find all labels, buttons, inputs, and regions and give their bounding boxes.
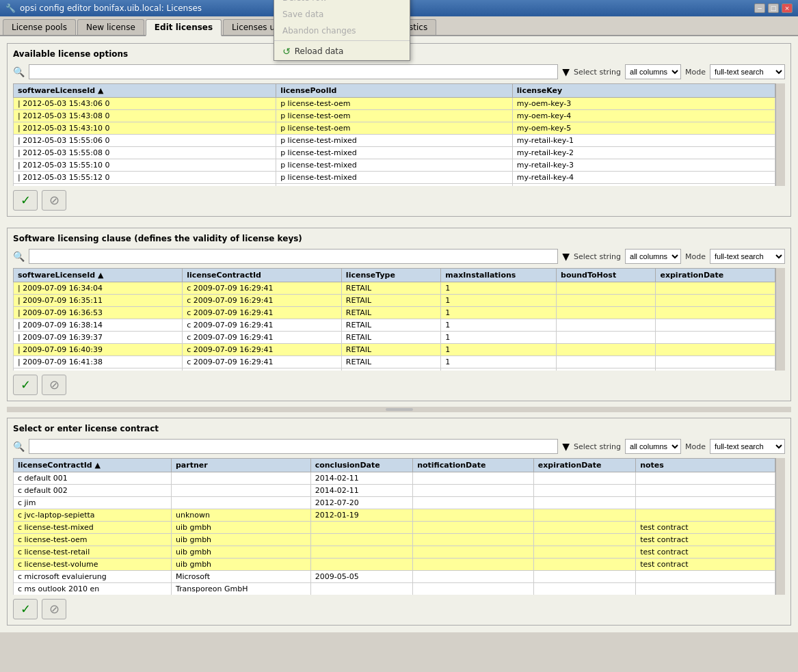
table-row[interactable]: c license-test-mixed uib gmbh test contr… — [14, 522, 775, 534]
section3-filter-icon: ▼ — [562, 441, 570, 452]
col2-maxInstallations[interactable]: maxInstallations — [441, 269, 557, 282]
section3-columns-select[interactable]: all columns — [625, 439, 681, 454]
table-row[interactable]: c jim 2012-07-20 — [14, 497, 775, 509]
col3-notificationDate[interactable]: notificationDate — [413, 459, 534, 472]
table-row[interactable]: | 2009-07-09 16:41:38 c 2009-07-09 16:29… — [14, 356, 775, 368]
section1-search-bar: 🔍 ▼ Select string all columns Mode full-… — [13, 64, 785, 79]
cell-key: my-retail-key-4 — [512, 172, 775, 184]
tab-new-license[interactable]: New license — [77, 19, 144, 35]
window-title: opsi config editor bonifax.uib.local: Li… — [20, 3, 202, 13]
section1-confirm-button[interactable]: ✓ — [13, 190, 38, 211]
col2-boundToHost[interactable]: boundToHost — [557, 269, 656, 282]
cell-max: 1 — [441, 332, 557, 344]
tab-license-pools[interactable]: License pools — [3, 19, 76, 35]
section2-table-scroll[interactable]: softwareLicenseId ▲ licenseContractId li… — [13, 268, 775, 371]
cell-contract: c 2009-07-09 16:29:41 — [183, 319, 342, 332]
section1-cancel-button[interactable]: ⊘ — [42, 190, 66, 211]
tab-edit-licenses[interactable]: Edit licenses — [146, 19, 222, 36]
table-row[interactable]: c default 002 2014-02-11 — [14, 485, 775, 497]
table-row[interactable]: | 2012-05-03 15:55:12 0 p license-test-m… — [14, 172, 775, 184]
table-row[interactable]: | 2012-05-03 15:55:06 0 p license-test-m… — [14, 135, 775, 147]
table-row[interactable]: | 2009-07-09 16:36:53 c 2009-07-09 16:29… — [14, 307, 775, 319]
table-row[interactable]: | 2012-05-03 15:43:10 0 p license-test-o… — [14, 122, 775, 135]
maximize-button[interactable]: □ — [768, 3, 779, 13]
section3-scrollbar[interactable] — [775, 458, 785, 595]
cell-pool: p license-test-oem — [276, 110, 513, 122]
col2-expirationDate[interactable]: expirationDate — [656, 269, 775, 282]
table-row[interactable]: | 2012-05-03 15:55:10 0 p license-test-m… — [14, 159, 775, 172]
section3-select-string-label: Select string — [574, 442, 621, 451]
section2-confirm-button[interactable]: ✓ — [13, 375, 38, 395]
minimize-button[interactable]: − — [754, 3, 765, 13]
table-row[interactable]: | 2009-07-09 16:38:14 c 2009-07-09 16:29… — [14, 319, 775, 332]
section2-cancel-button[interactable]: ⊘ — [42, 375, 66, 395]
section2-table: softwareLicenseId ▲ licenseContractId li… — [13, 268, 775, 371]
context-menu-reload-data[interactable]: ↺ Reload data — [274, 42, 410, 60]
table-row[interactable]: | 2009-07-09 16:40:39 c 2009-07-09 16:29… — [14, 344, 775, 356]
table-row[interactable]: c ms outlook 2010 en Transporeon GmbH — [14, 583, 775, 595]
cell-id: | 2009-07-09 16:38:14 — [14, 319, 183, 332]
cell-max: 1 — [441, 307, 557, 319]
section3-cancel-button[interactable]: ⊘ — [42, 599, 66, 619]
section1-columns-select[interactable]: all columns — [625, 64, 681, 79]
col-licenseKey[interactable]: licenseKey — [512, 84, 775, 98]
cell-host — [557, 319, 656, 332]
table-row[interactable]: | 2009-07-09 16:42:45 c 2009-07-09 16:29… — [14, 368, 775, 371]
cell-exp — [656, 332, 775, 344]
section2-select-string-label: Select string — [574, 252, 621, 261]
col3-conclusionDate[interactable]: conclusionDate — [310, 459, 412, 472]
table-row[interactable]: | 2009-07-09 16:35:11 c 2009-07-09 16:29… — [14, 295, 775, 307]
section1-mode-select[interactable]: full-text search — [710, 64, 785, 79]
section2-mode-label: Mode — [685, 252, 706, 261]
col3-partner[interactable]: partner — [171, 459, 310, 472]
cell-contract: c 2009-07-09 16:29:41 — [183, 282, 342, 295]
cell-key: my-oem-key-3 — [512, 98, 775, 110]
section1-table-scroll[interactable]: softwareLicenseId ▲ licensePoolId licens… — [13, 83, 775, 186]
table-row[interactable]: | 2009-07-09 16:39:37 c 2009-07-09 16:29… — [14, 332, 775, 344]
section1-mode-label: Mode — [685, 68, 706, 77]
section3-mode-select[interactable]: full-text search — [710, 439, 785, 454]
table-row[interactable]: c microsoft evaluierung Microsoft 2009-0… — [14, 571, 775, 583]
table-row[interactable]: c default 001 2014-02-11 — [14, 472, 775, 485]
cell-pool: p license-test-mixed — [276, 159, 513, 172]
section1-search-input[interactable] — [29, 64, 558, 79]
col2-softwareLicenseId[interactable]: softwareLicenseId ▲ — [14, 269, 183, 282]
section1-scrollbar[interactable] — [775, 83, 785, 186]
title-bar-left: 🔧 opsi config editor bonifax.uib.local: … — [5, 3, 202, 13]
section2-columns-select[interactable]: all columns — [625, 249, 681, 264]
table-row[interactable]: | 2009-07-09 16:34:04 c 2009-07-09 16:29… — [14, 282, 775, 295]
table-row[interactable]: c license-test-volume uib gmbh test cont… — [14, 559, 775, 571]
section3-confirm-button[interactable]: ✓ — [13, 599, 38, 619]
section2-mode-select[interactable]: full-text search — [710, 249, 785, 264]
section2-search-input[interactable] — [29, 249, 558, 264]
table-row[interactable]: | 2012-05-03 15:43:08 0 p license-test-o… — [14, 110, 775, 122]
section2-search-bar: 🔍 ▼ Select string all columns Mode full-… — [13, 249, 785, 264]
cell-host — [557, 282, 656, 295]
col3-notes[interactable]: notes — [636, 459, 775, 472]
cell-host — [557, 344, 656, 356]
section3-mode-label: Mode — [685, 442, 706, 451]
section2-action-bar: ✓ ⊘ — [13, 375, 785, 395]
table-row[interactable]: c jvc-laptop-sepietta unknown 2012-01-19 — [14, 509, 775, 522]
section3-table-scroll[interactable]: licenseContractId ▲ partner conclusionDa… — [13, 458, 775, 595]
divider-handle[interactable] — [386, 408, 413, 411]
table-row[interactable]: c license-test-oem uib gmbh test contrac… — [14, 534, 775, 546]
col2-licenseType[interactable]: licenseType — [341, 269, 440, 282]
section3-search-input[interactable] — [29, 439, 558, 454]
cell-id: | 2012-05-03 15:55:12 0 — [14, 172, 276, 184]
col3-licenseContractId[interactable]: licenseContractId ▲ — [14, 459, 172, 472]
context-menu: New licence option Delete row Save data … — [274, 0, 410, 61]
section2-scrollbar[interactable] — [775, 268, 785, 371]
col-softwareLicenseId[interactable]: softwareLicenseId ▲ — [14, 84, 276, 98]
table-row[interactable]: c license-test-retail uib gmbh test cont… — [14, 546, 775, 559]
col2-licenseContractId[interactable]: licenseContractId — [183, 269, 342, 282]
table-row[interactable]: | 2012-05-03 15:55:08 0 p license-test-m… — [14, 147, 775, 159]
cell-max: 1 — [441, 295, 557, 307]
table-row[interactable]: | 2012-05-03 15:55:14 0 p license-test-m… — [14, 184, 775, 187]
section2-filter-icon: ▼ — [562, 251, 570, 262]
cell-type: RETAIL — [341, 356, 440, 368]
table-row[interactable]: | 2012-05-03 15:43:06 0 p license-test-o… — [14, 98, 775, 110]
close-button[interactable]: × — [782, 3, 793, 13]
col-licensePoolId[interactable]: licensePoolId — [276, 84, 513, 98]
col3-expirationDate[interactable]: expirationDate — [533, 459, 635, 472]
